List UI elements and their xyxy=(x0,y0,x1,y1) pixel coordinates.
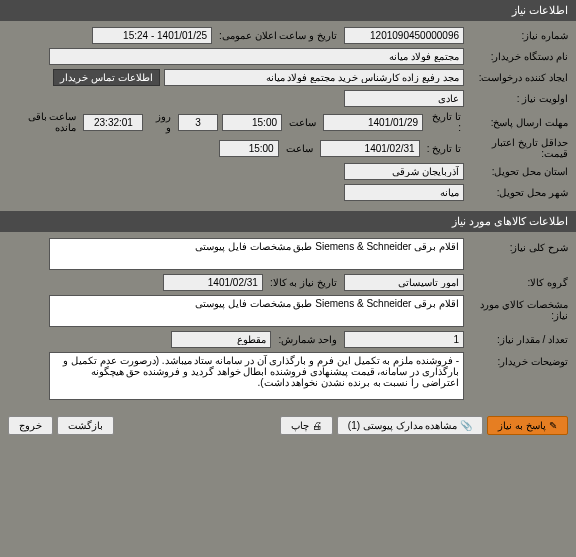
city-field xyxy=(344,184,464,201)
action-bar: ✎ پاسخ به نیاز 📎 مشاهده مدارک پیوستی (1)… xyxy=(0,410,576,441)
buyer-field xyxy=(49,48,464,65)
title-bar: اطلاعات نیاز xyxy=(0,0,576,21)
remain-days-field xyxy=(178,114,218,131)
label-buyer-notes: توضیحات خریدار: xyxy=(468,352,568,367)
print-button[interactable]: 🖨 چاپ xyxy=(280,416,333,435)
respond-label: پاسخ به نیاز xyxy=(498,420,546,431)
remain-time-field xyxy=(83,114,143,131)
back-label: بازگشت xyxy=(68,420,103,431)
label-unit: واحد شمارش: xyxy=(275,334,340,345)
print-icon: 🖨 xyxy=(312,420,322,431)
label-requester: ایجاد کننده درخواست: xyxy=(468,72,568,83)
goods-group-field xyxy=(344,274,464,291)
attachments-button[interactable]: 📎 مشاهده مدارک پیوستی (1) xyxy=(337,416,484,435)
label-goods-group: گروه کالا: xyxy=(468,277,568,288)
label-province: استان محل تحویل: xyxy=(468,166,568,177)
label-day-and: روز و xyxy=(147,111,174,133)
label-need-no: شماره نیاز: xyxy=(468,30,568,41)
resp-time-field xyxy=(222,114,282,131)
priority-field xyxy=(344,90,464,107)
label-remaining: ساعت باقی مانده xyxy=(8,111,79,133)
print-label: چاپ xyxy=(291,420,309,431)
label-until-date-1: تا تاریخ : xyxy=(427,111,464,133)
requester-field xyxy=(164,69,464,86)
attachment-icon: 📎 xyxy=(460,420,472,431)
label-response-deadline: مهلت ارسال پاسخ: xyxy=(468,117,568,128)
label-general-desc: شرح کلی نیاز: xyxy=(468,238,568,253)
need-info-section: شماره نیاز: تاریخ و ساعت اعلان عمومی: نا… xyxy=(0,21,576,211)
label-goods-spec: مشخصات كالاي مورد نياز: xyxy=(468,295,568,321)
label-time-1: ساعت xyxy=(286,117,319,128)
label-buyer: نام دستگاه خریدار: xyxy=(468,51,568,62)
validity-time-field xyxy=(219,140,279,157)
label-qty: تعداد / مقدار نیاز: xyxy=(468,334,568,345)
pencil-icon: ✎ xyxy=(549,420,557,431)
validity-date-field xyxy=(320,140,420,157)
label-announce-date: تاریخ و ساعت اعلان عمومی: xyxy=(216,30,340,41)
label-priority: اولویت نیاز : xyxy=(468,93,568,104)
unit-field xyxy=(171,331,271,348)
need-no-field xyxy=(344,27,464,44)
buyer-notes-field xyxy=(49,352,464,400)
resp-date-field xyxy=(323,114,423,131)
label-need-date: تاریخ نیاز به کالا: xyxy=(267,277,340,288)
announce-date-field xyxy=(92,27,212,44)
exit-label: خروج xyxy=(19,420,42,431)
qty-field xyxy=(344,331,464,348)
goods-spec-field xyxy=(49,295,464,327)
back-button[interactable]: بازگشت xyxy=(57,416,114,435)
label-time-2: ساعت xyxy=(283,143,316,154)
label-city: شهر محل تحویل: xyxy=(468,187,568,198)
need-date-field xyxy=(163,274,263,291)
exit-button[interactable]: خروج xyxy=(8,416,53,435)
label-until-date-2: تا تاریخ : xyxy=(424,143,464,154)
contact-button[interactable]: اطلاعات تماس خریدار xyxy=(53,69,160,86)
goods-info-section: شرح کلی نیاز: گروه کالا: تاریخ نیاز به ک… xyxy=(0,232,576,410)
goods-section-header: اطلاعات کالاهای مورد نیاز xyxy=(0,211,576,232)
title-text: اطلاعات نیاز xyxy=(512,4,568,16)
province-field xyxy=(344,163,464,180)
respond-button[interactable]: ✎ پاسخ به نیاز xyxy=(487,416,568,435)
general-desc-field xyxy=(49,238,464,270)
goods-title-text: اطلاعات کالاهای مورد نیاز xyxy=(452,215,568,227)
attachments-label: مشاهده مدارک پیوستی (1) xyxy=(348,420,458,431)
label-validity: حداقل تاریخ اعتبار قیمت: xyxy=(468,137,568,159)
